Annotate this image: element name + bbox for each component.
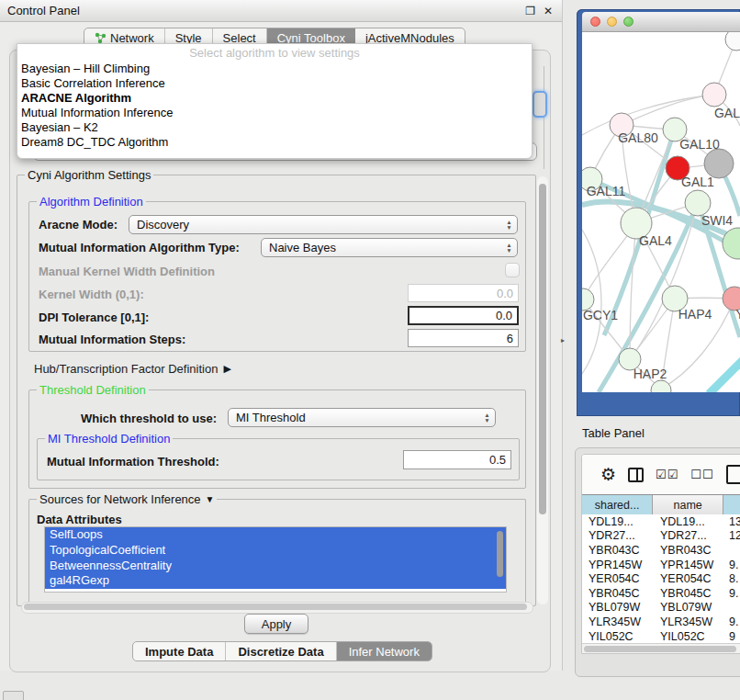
close-panel-icon[interactable]: ✕	[544, 5, 553, 17]
select-all-columns-icon[interactable]: ☑☑	[656, 468, 678, 481]
tab-infer-network-label: Infer Network	[349, 645, 420, 659]
data-attributes-list[interactable]: SelfLoops TopologicalCoefficient Between…	[44, 526, 507, 593]
table-cell: YPR145W	[582, 559, 654, 571]
column-header-shared[interactable]: shared...	[582, 495, 653, 514]
list-item[interactable]: BetweennessCentrality	[45, 559, 506, 574]
dropdown-item[interactable]: Bayesian – Hill Climbing	[17, 62, 532, 76]
bottom-tabbar: Impute Data Discretize Data Infer Networ…	[132, 641, 432, 661]
export-table-icon[interactable]	[726, 465, 740, 484]
mi-threshold-label: Mutual Information Threshold:	[47, 455, 219, 469]
table-body: YDL19...YDL19...13YDR27...YDR27...12YBR0…	[582, 514, 740, 643]
algorithm-dropdown-popup: Select algorithm to view settings Bayesi…	[17, 43, 533, 159]
column-header-partial[interactable]	[723, 495, 740, 514]
table-cell: YIL052C	[654, 630, 725, 643]
network-node[interactable]	[725, 32, 740, 51]
which-threshold-label: Which threshold to use:	[81, 412, 217, 425]
table-row[interactable]: YDR27...YDR27...12	[582, 529, 740, 544]
close-window-icon[interactable]	[590, 17, 600, 27]
manual-kernel-width-checkbox[interactable]	[505, 263, 520, 277]
table-cell: YER054C	[654, 572, 725, 585]
table-cell: YBR045C	[582, 587, 654, 600]
table-row[interactable]: YBL079WYBL079W	[582, 601, 740, 615]
table-row[interactable]: YDL19...YDL19...13	[582, 514, 740, 529]
cytopanel-corner-button[interactable]	[3, 691, 24, 700]
minimize-window-icon[interactable]	[607, 17, 617, 27]
float-panel-icon[interactable]: ❐	[525, 5, 535, 17]
mi-algorithm-type-value: Naive Bayes	[269, 241, 336, 254]
table-horizontal-scrollbar[interactable]	[582, 643, 740, 654]
dpi-tolerance-label: DPI Tolerance [0,1]:	[39, 310, 149, 324]
dpi-tolerance-value: 0.0	[496, 309, 512, 322]
list-item[interactable]: gal4RGexp	[45, 573, 506, 589]
mi-threshold-field[interactable]: 0.5	[403, 450, 511, 469]
table-cell: 9.	[725, 559, 740, 571]
column-layout-icon[interactable]	[628, 468, 644, 482]
table-panel-inner: ⚙ ☑☑ ☐☐ shared... name YDL19...YDL19...1…	[581, 454, 740, 654]
zoom-window-icon[interactable]	[623, 17, 633, 27]
collapse-arrow-icon[interactable]: ▼	[206, 494, 215, 504]
mi-threshold-definition-title: MI Threshold Definition	[45, 432, 173, 446]
panel-title: Control Panel	[7, 4, 80, 17]
panel-splitter-handle[interactable]: ▸	[561, 336, 565, 344]
sources-title: Sources for Network Inference ▼	[37, 492, 217, 506]
dropdown-item[interactable]: Dream8 DC_TDC Algorithm	[17, 135, 532, 150]
settings-horizontal-scrollbar[interactable]	[21, 602, 533, 614]
mi-steps-label: Mutual Information Steps:	[39, 333, 185, 346]
table-cell: YBR045C	[654, 587, 725, 600]
table-row[interactable]: YBR043CYBR043C	[582, 543, 740, 558]
table-row[interactable]: YLR345WYLR345W9.	[582, 615, 740, 629]
network-node-label: Y	[735, 307, 740, 322]
dpi-tolerance-field[interactable]: 0.0	[408, 306, 519, 325]
table-row[interactable]: YBR045CYBR045C9.	[582, 586, 740, 601]
algorithm-definition-title: Algorithm Definition	[37, 195, 146, 209]
network-node-label: HAP4	[678, 307, 712, 322]
column-header-name[interactable]: name	[653, 495, 723, 514]
table-toolbar: ⚙ ☑☑ ☐☐	[582, 455, 740, 494]
table-row[interactable]: YPR145WYPR145W9.	[582, 558, 740, 572]
which-threshold-value: MI Threshold	[236, 411, 306, 424]
network-node-label: SWI4	[701, 213, 733, 228]
mi-algorithm-type-combo[interactable]: Naive Bayes ▲▼	[261, 238, 518, 257]
list-item[interactable]: TopologicalCoefficient	[45, 543, 506, 559]
network-canvas[interactable]: GALGAL80GAL10GAL1GAL11SWI4GAL4GCY1HAP4YH…	[582, 32, 740, 392]
which-threshold-combo[interactable]: MI Threshold ▲▼	[228, 408, 496, 427]
table-panel: ⚙ ☑☑ ☐☐ shared... name YDL19...YDL19...1…	[575, 447, 740, 677]
manual-kernel-width-label: Manual Kernel Width Definition	[39, 265, 215, 278]
table-cell: YDL19...	[582, 515, 654, 528]
tab-discretize-data[interactable]: Discretize Data	[226, 642, 336, 660]
hub-definition-section[interactable]: Hub/Transcription Factor Definition ▶	[34, 362, 231, 376]
gear-icon[interactable]: ⚙	[600, 464, 616, 485]
mi-steps-field[interactable]: 6	[408, 329, 519, 347]
network-node[interactable]	[685, 190, 711, 216]
hub-definition-label: Hub/Transcription Factor Definition	[34, 362, 218, 376]
tab-infer-network[interactable]: Infer Network	[337, 642, 432, 660]
dropdown-item[interactable]: Mutual Information Inference	[17, 106, 532, 120]
table-row[interactable]: YIL052CYIL052C9	[582, 629, 740, 643]
threshold-definition-group: Threshold Definition Which threshold to …	[28, 390, 526, 489]
apply-button[interactable]: Apply	[244, 614, 308, 634]
aracne-mode-label: Aracne Mode:	[39, 218, 118, 231]
cyni-algorithm-settings-title: Cyni Algorithm Settings	[25, 168, 153, 182]
sources-group: Sources for Network Inference ▼ Data Att…	[28, 499, 526, 604]
mi-steps-value: 6	[507, 332, 513, 345]
cyni-algorithm-settings-group: Cyni Algorithm Settings Algorithm Defini…	[17, 175, 536, 606]
aracne-mode-value: Discovery	[137, 218, 189, 231]
table-cell: YIL052C	[582, 630, 654, 643]
aracne-mode-combo[interactable]: Discovery ▲▼	[129, 215, 518, 234]
dropdown-item[interactable]: Basic Correlation Inference	[17, 76, 532, 91]
table-cell: 9.	[725, 615, 740, 628]
dropdown-item[interactable]: Bayesian – K2	[17, 120, 532, 135]
tab-impute-data[interactable]: Impute Data	[133, 642, 226, 660]
table-row[interactable]: YER054CYER054C8.	[582, 571, 740, 586]
network-node[interactable]	[702, 83, 726, 107]
network-node-label: HAP2	[633, 367, 667, 381]
network-node[interactable]	[704, 149, 734, 178]
list-item[interactable]: SelfLoops	[45, 527, 506, 543]
settings-vertical-scrollbar[interactable]	[537, 176, 548, 604]
hidden-groupbox-border	[544, 66, 544, 169]
dropdown-item-selected[interactable]: ARACNE Algorithm	[17, 91, 532, 106]
list-vertical-scrollbar[interactable]	[497, 531, 503, 577]
deselect-all-columns-icon[interactable]: ☐☐	[690, 468, 713, 481]
algorithm-definition-group: Algorithm Definition Aracne Mode: Discov…	[28, 201, 526, 352]
expand-arrow-icon[interactable]: ▶	[223, 363, 230, 375]
